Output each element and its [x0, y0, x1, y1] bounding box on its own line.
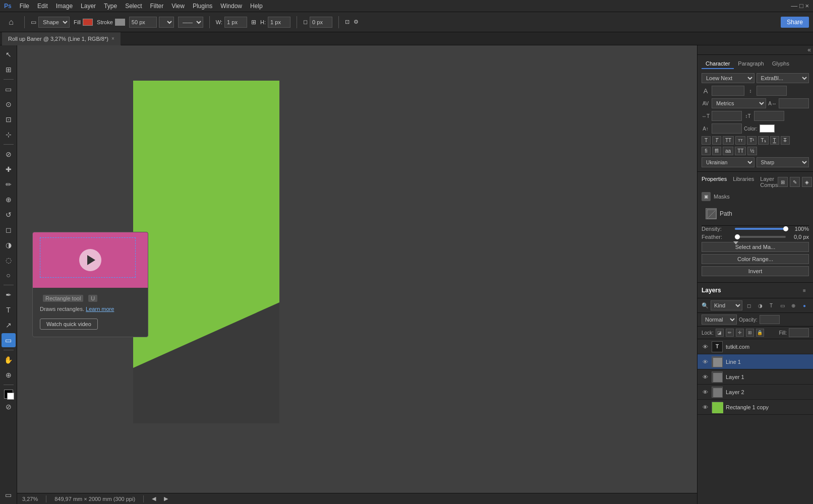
history-brush-icon[interactable]: ↺: [2, 208, 16, 222]
foreground-color[interactable]: [4, 390, 13, 399]
layer-visibility-3[interactable]: 👁: [702, 389, 709, 396]
layer-visibility-2[interactable]: 👁: [702, 373, 709, 381]
blend-mode-select[interactable]: Normal: [702, 314, 737, 325]
tab-glyphs[interactable]: Glyphs: [768, 59, 793, 69]
bold-btn[interactable]: T: [702, 136, 711, 145]
share-button[interactable]: Share: [781, 17, 809, 28]
gear-icon[interactable]: ⚙: [354, 19, 359, 25]
path-select-icon[interactable]: ↗: [2, 318, 16, 332]
width-input[interactable]: [224, 17, 247, 28]
tab-paragraph[interactable]: Paragraph: [734, 59, 768, 69]
strikethrough-btn[interactable]: T: [781, 136, 790, 145]
filter-type-icon[interactable]: T: [767, 301, 776, 310]
background-color[interactable]: [7, 393, 14, 400]
text-color-box[interactable]: [760, 124, 775, 133]
nav-arrow-left[interactable]: ◀: [152, 495, 156, 502]
prop-icon-3[interactable]: ◈: [802, 177, 812, 187]
menu-type[interactable]: Type: [104, 3, 117, 10]
align-control[interactable]: ⊡: [345, 19, 350, 25]
canvas-area[interactable]: Rectangle tool U Draws rectangles. Learn…: [17, 45, 697, 504]
line-style-select[interactable]: ———: [178, 17, 203, 28]
settings-icon-control[interactable]: ⚙: [354, 19, 359, 25]
tab-libraries[interactable]: Libraries: [733, 176, 754, 188]
collapse-icon[interactable]: «: [807, 46, 811, 53]
italic-btn[interactable]: T: [712, 136, 721, 145]
home-icon[interactable]: ⌂: [4, 15, 18, 29]
menu-layer[interactable]: Layer: [81, 3, 96, 10]
type-tool-icon[interactable]: T: [2, 303, 16, 317]
layer-visibility-4[interactable]: 👁: [702, 404, 709, 411]
shape-tool-icon[interactable]: ▭: [2, 333, 16, 347]
artboard-tool-icon[interactable]: ⊞: [2, 62, 16, 77]
layer-visibility-1[interactable]: 👁: [702, 358, 709, 365]
fill-color-box[interactable]: [83, 19, 93, 26]
opacity-input[interactable]: 100%: [760, 315, 780, 324]
height-input[interactable]: [268, 17, 291, 28]
screen-mode-icon[interactable]: ▭: [2, 488, 16, 502]
menu-view[interactable]: View: [171, 3, 185, 10]
lock-all-btn[interactable]: 🔒: [756, 329, 764, 337]
invert-button[interactable]: Invert: [702, 266, 809, 276]
allcaps-btn[interactable]: TT: [723, 136, 734, 145]
stamp-tool-icon[interactable]: ⊕: [2, 193, 16, 207]
prop-icon-2[interactable]: ✎: [790, 177, 800, 187]
tab-layer-comps[interactable]: Layer Comps: [760, 176, 778, 188]
blur-icon[interactable]: ◌: [2, 253, 16, 267]
tracking-input[interactable]: 0: [779, 98, 809, 108]
layer-item-layer1[interactable]: 👁 Layer 1: [698, 369, 813, 385]
zoom-tool-icon[interactable]: ⊕: [2, 368, 16, 382]
kerning-select[interactable]: Metrics: [712, 98, 766, 108]
pen-tool-icon[interactable]: ✒: [2, 288, 16, 302]
stylistic-alt-btn[interactable]: TT: [735, 147, 746, 155]
lock-transparent-btn[interactable]: ◪: [716, 329, 724, 337]
select-and-mask-button[interactable]: Select and Ma...: [702, 242, 809, 252]
layer-item-tutkit[interactable]: 👁 T tutkit.com: [698, 339, 813, 354]
lasso-tool-icon[interactable]: ⊙: [2, 97, 16, 111]
font-family-select[interactable]: Loew Next: [702, 73, 754, 83]
font-size-input[interactable]: 459,12 pt: [712, 86, 744, 96]
dodge-icon[interactable]: ○: [2, 268, 16, 282]
menu-window[interactable]: Window: [220, 3, 242, 10]
filter-pixel-icon[interactable]: ◻: [744, 301, 753, 310]
lock-position-btn[interactable]: ✛: [736, 329, 744, 337]
font-weight-select[interactable]: ExtraBl...: [757, 73, 809, 83]
scale-v-input[interactable]: 100%: [754, 111, 784, 121]
layers-collapse-icon[interactable]: ≡: [800, 286, 809, 295]
filter-shape-icon[interactable]: ▭: [778, 301, 787, 310]
eraser-icon[interactable]: ◻: [2, 223, 16, 237]
tab-character[interactable]: Character: [702, 59, 734, 69]
prop-icon-1[interactable]: ⊞: [778, 177, 788, 187]
color-range-button[interactable]: Color Range...: [702, 254, 809, 264]
stroke-unit-select[interactable]: px: [159, 17, 174, 28]
tab-close-icon[interactable]: ×: [111, 36, 114, 41]
layer-item-line1[interactable]: 👁 Line 1: [698, 354, 813, 369]
link-icon-control[interactable]: ⊞: [251, 19, 256, 26]
menu-help[interactable]: Help: [250, 3, 263, 10]
shape-select[interactable]: Shape: [38, 17, 70, 28]
heal-tool-icon[interactable]: ✚: [2, 162, 16, 176]
object-select-icon[interactable]: ⊡: [2, 112, 16, 127]
gradient-icon[interactable]: ◑: [2, 238, 16, 252]
feather-slider[interactable]: [735, 236, 786, 238]
fill-input[interactable]: 100%: [789, 328, 809, 337]
baseline-input[interactable]: 0 pt: [712, 123, 742, 134]
menu-edit[interactable]: Edit: [37, 3, 48, 10]
document-tab[interactable]: Roll up Baner @ 3,27% (Line 1, RGB/8*) ×: [2, 32, 121, 45]
lock-pixels-btn[interactable]: ✏: [726, 329, 734, 337]
super-btn[interactable]: T¹: [747, 136, 757, 145]
learn-more-link[interactable]: Learn more: [86, 306, 114, 312]
discretionary-lig-btn[interactable]: ffl: [712, 147, 721, 155]
oldstyle-btn[interactable]: aa: [723, 147, 733, 155]
hand-tool-icon[interactable]: ✋: [2, 353, 16, 367]
crop-tool-icon[interactable]: ⊹: [2, 128, 16, 142]
menu-file[interactable]: File: [20, 3, 29, 10]
density-slider[interactable]: [735, 228, 786, 230]
leading-input[interactable]: (Auto): [757, 86, 787, 96]
filter-toggle-icon[interactable]: ●: [800, 301, 809, 310]
link-proportions-icon[interactable]: ⊞: [251, 19, 256, 26]
watch-video-button[interactable]: Watch quick video: [40, 319, 98, 330]
layers-kind-select[interactable]: Kind: [711, 300, 742, 310]
scale-h-input[interactable]: 100%: [712, 111, 742, 121]
brush-tool-icon[interactable]: ✏: [2, 177, 16, 192]
marquee-tool-icon[interactable]: ▭: [2, 82, 16, 96]
